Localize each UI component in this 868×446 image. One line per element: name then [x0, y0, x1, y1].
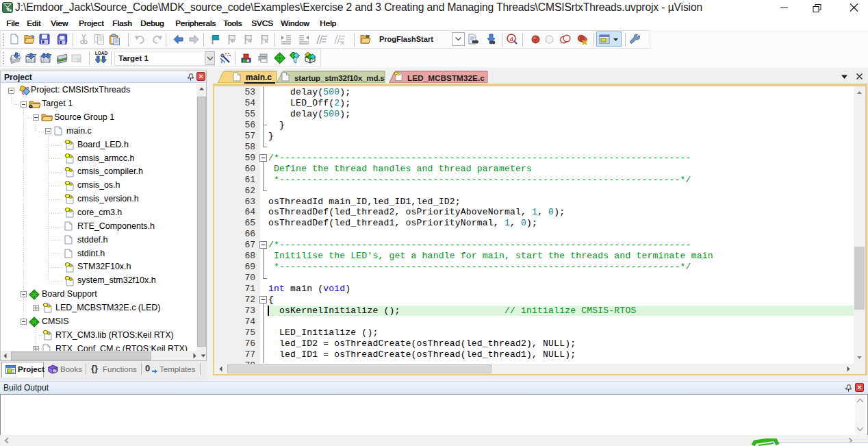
svg-text:d: d: [509, 36, 513, 42]
svg-text:LOAD: LOAD: [95, 51, 107, 55]
svg-text:?: ?: [53, 368, 56, 373]
